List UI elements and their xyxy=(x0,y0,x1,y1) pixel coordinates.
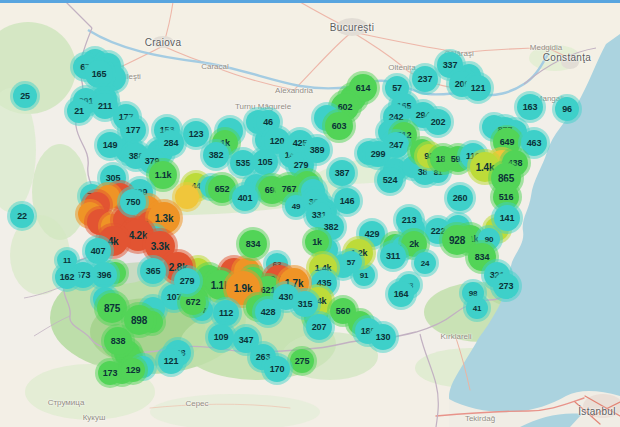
cluster-marker[interactable]: 524 xyxy=(377,167,403,193)
cluster-marker[interactable]: 603 xyxy=(325,112,353,140)
cluster-marker[interactable]: 149 xyxy=(97,132,123,158)
cluster-marker[interactable]: 96 xyxy=(555,97,579,121)
map-canvas[interactable]: CraiovaBucureştiConstanţaİstanbulBăileşt… xyxy=(0,0,620,427)
cluster-marker[interactable]: 237 xyxy=(412,66,438,92)
map-screenshot: CraiovaBucureştiConstanţaİstanbulBăileşt… xyxy=(0,0,620,427)
cluster-marker[interactable]: 25 xyxy=(13,84,37,108)
cluster-marker[interactable]: 165 xyxy=(85,60,113,88)
cluster-marker[interactable]: 898 xyxy=(124,305,154,335)
cluster-markers-layer: 6716529121121252217717714915312328438837… xyxy=(0,0,620,427)
cluster-marker[interactable]: 365 xyxy=(140,258,166,284)
cluster-marker[interactable]: 428 xyxy=(255,299,281,325)
cluster-marker[interactable]: 112 xyxy=(213,300,239,326)
cluster-marker[interactable]: 121 xyxy=(158,348,184,374)
cluster-marker[interactable]: 260 xyxy=(447,185,473,211)
cluster-marker[interactable]: 750 xyxy=(120,189,146,215)
cluster-marker[interactable]: 389 xyxy=(304,137,330,163)
cluster-marker[interactable]: 875 xyxy=(97,293,127,323)
cluster-marker[interactable]: 129 xyxy=(121,358,145,382)
cluster-marker[interactable]: 105 xyxy=(252,149,278,175)
cluster-marker[interactable]: 834 xyxy=(239,230,267,258)
cluster-marker[interactable]: 838 xyxy=(104,327,132,355)
cluster-marker[interactable]: 202 xyxy=(425,109,451,135)
cluster-marker[interactable]: 275 xyxy=(290,349,314,373)
cluster-marker[interactable]: 401 xyxy=(232,185,258,211)
cluster-marker[interactable]: 177 xyxy=(120,117,146,143)
cluster-marker[interactable]: 407 xyxy=(85,238,111,264)
cluster-marker[interactable]: 24 xyxy=(414,252,436,274)
cluster-marker[interactable] xyxy=(175,185,199,209)
cluster-marker[interactable]: 109 xyxy=(208,324,234,350)
cluster-marker[interactable]: 141 xyxy=(494,205,520,231)
cluster-marker[interactable]: 130 xyxy=(370,324,396,350)
cluster-marker[interactable]: 213 xyxy=(396,207,422,233)
cluster-marker[interactable]: 311 xyxy=(380,243,406,269)
cluster-marker[interactable]: 173 xyxy=(98,361,122,385)
cluster-marker[interactable]: 207 xyxy=(306,314,332,340)
cluster-marker[interactable]: 121 xyxy=(465,75,491,101)
cluster-marker[interactable]: 279 xyxy=(174,268,200,294)
cluster-marker[interactable]: 146 xyxy=(334,188,360,214)
cluster-marker[interactable]: 164 xyxy=(388,281,414,307)
cluster-marker[interactable]: 315 xyxy=(292,291,318,317)
cluster-marker[interactable]: 123 xyxy=(183,121,209,147)
cluster-marker[interactable]: 273 xyxy=(493,273,519,299)
cluster-marker[interactable]: 1k xyxy=(305,230,329,254)
cluster-marker[interactable]: 463 xyxy=(521,130,547,156)
cluster-marker[interactable]: 170 xyxy=(264,356,290,382)
cluster-marker[interactable]: 387 xyxy=(329,160,355,186)
window-top-border xyxy=(0,0,620,3)
cluster-marker[interactable]: 1.1k xyxy=(149,161,177,189)
cluster-marker[interactable]: 41 xyxy=(466,297,488,319)
cluster-marker[interactable]: 21 xyxy=(67,99,91,123)
cluster-marker[interactable]: 163 xyxy=(517,94,543,120)
cluster-marker[interactable]: 382 xyxy=(203,142,229,168)
cluster-marker[interactable]: 22 xyxy=(10,204,34,228)
cluster-marker[interactable]: 57 xyxy=(340,251,362,273)
cluster-marker[interactable]: 11 xyxy=(57,250,77,270)
cluster-marker[interactable]: 928 xyxy=(442,225,472,255)
